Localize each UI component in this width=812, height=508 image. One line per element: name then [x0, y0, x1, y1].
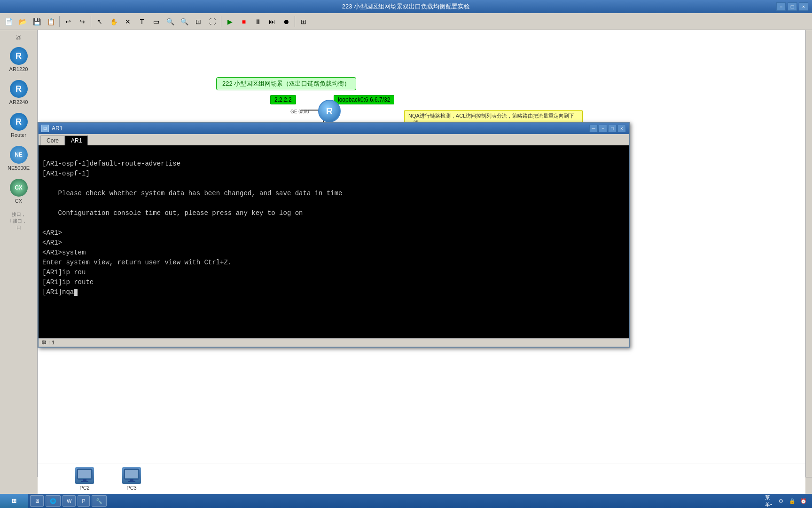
win-tray: 菜 单• ⚙ 🔒 ⏰ — [761, 496, 812, 506]
zoomin-btn[interactable]: 🔍 — [164, 15, 177, 28]
pc3-icon[interactable]: PC3 — [122, 467, 141, 491]
terminal-win-btn-min[interactable]: － — [599, 125, 607, 132]
step-btn[interactable]: ⏭ — [265, 15, 279, 28]
tray-settings[interactable]: ⚙ — [776, 496, 786, 506]
textbox-btn[interactable]: T — [135, 15, 148, 28]
tray-menu[interactable]: 菜 单• — [765, 496, 774, 506]
terminal-title-text: AR1 — [52, 125, 62, 132]
taskbar-icon-5: 🔧 — [96, 498, 102, 504]
taskbar-items: 🖥 🌐 W P 🔧 — [28, 495, 761, 507]
sidebar-item-device2[interactable]: R AR2240 — [2, 78, 35, 107]
tray-network[interactable]: 🔒 — [788, 496, 797, 506]
title-bar-controls: － □ × — [776, 2, 808, 11]
delete-btn[interactable]: ✕ — [121, 15, 134, 28]
svg-rect-5 — [83, 479, 86, 481]
badge-loopback6-text: loopback0:6.6.6.7/32 — [334, 95, 394, 104]
sidebar-item-device1[interactable]: R AR1220 — [2, 45, 35, 74]
terminal-statusbar: 串：1 — [39, 338, 629, 347]
line-1: [AR1-ospf-1]default-route-advertise [AR1… — [42, 160, 343, 296]
save-btn[interactable]: 💾 — [30, 15, 43, 28]
play-btn[interactable]: ▶ — [223, 15, 236, 28]
svg-rect-6 — [81, 481, 88, 482]
taskbar-item-4[interactable]: P — [78, 495, 89, 507]
main-area: 器 R AR1220 R AR2240 R Router NE NE5000E — [0, 30, 812, 477]
record-btn[interactable]: ⏺ — [280, 15, 293, 28]
status-text: 串：1 — [41, 339, 55, 346]
device3-icon: R — [9, 112, 28, 131]
maximize-btn[interactable]: □ — [788, 2, 797, 11]
sep2 — [91, 16, 91, 27]
pc3-icon-img — [122, 467, 141, 484]
tab-core[interactable]: Core — [40, 135, 65, 145]
sidebar-item-device4[interactable]: NE NE5000E — [2, 143, 35, 173]
pc3-label: PC3 — [126, 485, 136, 491]
terminal-win-btn-shade[interactable]: ─ — [589, 125, 598, 132]
terminal-win-btns: ─ － □ × — [589, 125, 626, 132]
router-icon-2: R — [10, 80, 28, 98]
fullscreen-btn[interactable]: ⛶ — [206, 15, 219, 28]
title-bar: 223 小型园区组网场景双出口负载均衡配置实验 － □ × — [0, 0, 812, 13]
sidebar-item-device5[interactable]: CX CX — [2, 176, 35, 206]
svg-rect-11 — [125, 470, 138, 478]
pointer-btn[interactable]: ↖ — [93, 15, 106, 28]
tray-clock[interactable]: ⏰ — [799, 496, 808, 506]
main-toolbar: 📄 📂 💾 📋 ↩ ↪ ↖ ✋ ✕ T ▭ 🔍 🔍 ⊡ ⛶ ▶ ■ ⏸ ⏭ ⏺ … — [0, 13, 812, 30]
ge-label-1: GE 0/0/0 — [290, 109, 309, 114]
pc2-icon[interactable]: PC2 — [75, 467, 94, 491]
sidebar-item-device3[interactable]: R Router — [2, 111, 35, 140]
router-icon-3: R — [10, 113, 28, 131]
taskbar-icon-4: P — [82, 498, 85, 504]
saveas-btn[interactable]: 📋 — [44, 15, 57, 28]
pc2-label: PC2 — [79, 485, 89, 491]
terminal-window[interactable]: ⊡ AR1 ─ － □ × Core AR1 [AR1-ospf-1]defau… — [38, 122, 630, 348]
sidebar-extra-label: 接口，l.接口，口 — [2, 211, 35, 231]
taskbar-item-5[interactable]: 🔧 — [92, 495, 107, 507]
extra-btn[interactable]: ⊞ — [297, 15, 310, 28]
canvas-area[interactable]: 222 小型园区组网场景（双出口链路负载均衡） NQA进行链路检测，ACL访问控… — [38, 30, 812, 477]
terminal-title-left: ⊡ AR1 — [41, 125, 62, 132]
tab-ar1[interactable]: AR1 — [65, 135, 88, 145]
zoomout-btn[interactable]: 🔍 — [178, 15, 191, 28]
device1-icon: R — [9, 47, 28, 65]
canvas-vscroll[interactable] — [805, 30, 812, 477]
terminal-content[interactable]: [AR1-ospf-1]default-route-advertise [AR1… — [39, 145, 629, 338]
badge-loopback6: loopback0:6.6.6.7/32 — [334, 95, 394, 104]
undo-btn[interactable]: ↩ — [62, 15, 75, 28]
minimize-btn[interactable]: － — [776, 2, 786, 11]
fit-btn[interactable]: ⊡ — [192, 15, 205, 28]
new-btn[interactable]: 📄 — [2, 15, 15, 28]
rect-btn[interactable]: ▭ — [149, 15, 163, 28]
taskbar-icon-2: 🌐 — [50, 498, 56, 504]
stop-btn[interactable]: ■ — [237, 15, 250, 28]
open-btn[interactable]: 📂 — [16, 15, 29, 28]
isp1-router-icon: R — [318, 100, 341, 122]
device4-icon: NE — [9, 145, 28, 164]
terminal-win-btn-close[interactable]: × — [617, 125, 626, 132]
pan-btn[interactable]: ✋ — [107, 15, 120, 28]
taskbar-item-3[interactable]: W — [62, 495, 76, 507]
close-btn[interactable]: × — [799, 2, 808, 11]
pc2-icon-img — [75, 467, 94, 484]
sidebar-section-label: 器 — [2, 34, 35, 41]
pause-btn[interactable]: ⏸ — [251, 15, 265, 28]
start-button[interactable]: ⊞ — [0, 494, 28, 508]
sidebar-label-2: AR2240 — [9, 99, 28, 105]
device2-icon: R — [9, 79, 28, 98]
sidebar-label-5: CX — [15, 198, 22, 204]
taskbar-item-1[interactable]: 🖥 — [30, 495, 44, 507]
network-title-badge: 222 小型园区组网场景（双出口链路负载均衡） — [216, 77, 356, 90]
sep4 — [295, 16, 295, 27]
cursor — [74, 289, 78, 296]
device-sidebar: 器 R AR1220 R AR2240 R Router NE NE5000E — [0, 30, 38, 477]
sidebar-label-1: AR1220 — [9, 66, 28, 72]
pc-taskbar: PC2 PC3 — [38, 463, 805, 494]
cx-icon: CX — [10, 179, 28, 197]
svg-rect-10 — [128, 481, 135, 482]
terminal-win-btn-max[interactable]: □ — [608, 125, 617, 132]
redo-btn[interactable]: ↪ — [76, 15, 89, 28]
terminal-tabs: Core AR1 — [39, 134, 629, 145]
taskbar-item-2[interactable]: 🌐 — [46, 495, 61, 507]
taskbar-icon-1: 🖥 — [34, 498, 39, 504]
badge-222: 2.2.2.2 — [270, 95, 296, 104]
window-title: 223 小型园区组网场景双出口负载均衡配置实验 — [342, 2, 470, 11]
